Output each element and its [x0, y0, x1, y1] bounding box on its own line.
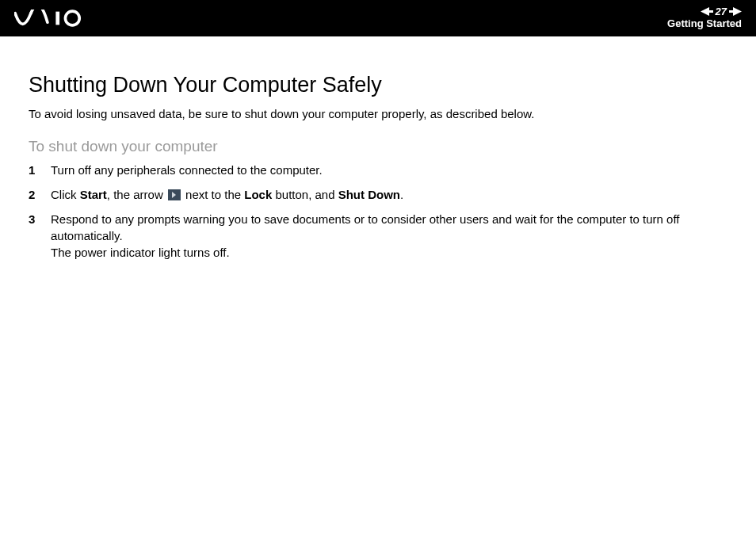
procedure-heading: To shut down your computer	[29, 138, 742, 155]
page-title: Shutting Down Your Computer Safely	[29, 73, 742, 97]
step-text: Turn off any peripherals connected to th…	[51, 162, 742, 178]
step-text: Click Start, the arrow next to the Lock …	[51, 186, 742, 203]
arrow-button-icon	[168, 189, 181, 200]
svg-marker-2	[701, 7, 713, 16]
next-page-arrow-icon[interactable]	[729, 7, 742, 16]
header-bar: 27 Getting Started	[0, 0, 756, 36]
header-nav: 27 Getting Started	[667, 0, 742, 36]
svg-marker-3	[729, 7, 742, 16]
step-item: Respond to any prompts warning you to sa…	[29, 211, 742, 261]
section-label: Getting Started	[667, 18, 742, 29]
svg-point-1	[65, 11, 79, 25]
step-item: Turn off any peripherals connected to th…	[29, 162, 742, 178]
page-number: 27	[716, 6, 727, 17]
prev-page-arrow-icon[interactable]	[701, 7, 713, 16]
vaio-logo	[14, 10, 101, 27]
svg-rect-0	[55, 12, 59, 25]
steps-list: Turn off any peripherals connected to th…	[29, 162, 742, 261]
step-item: Click Start, the arrow next to the Lock …	[29, 186, 742, 203]
page-content: Shutting Down Your Computer Safely To av…	[0, 36, 756, 261]
intro-text: To avoid losing unsaved data, be sure to…	[29, 107, 742, 120]
step-text: Respond to any prompts warning you to sa…	[51, 211, 742, 261]
